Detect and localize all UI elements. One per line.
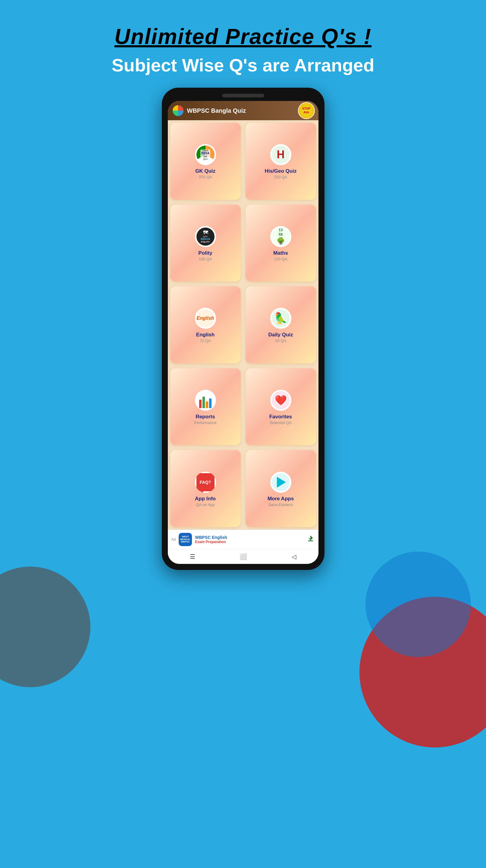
daily-quiz-icon-container: 🦜 bbox=[270, 308, 291, 329]
gk-quiz-icon: SANA INDIA GK Quiz bbox=[195, 144, 216, 165]
favorites-icon-visual: ❤️ bbox=[272, 391, 290, 409]
maths-title: Maths bbox=[273, 250, 288, 256]
reports-icon-visual bbox=[196, 391, 215, 409]
stop-ads-label2: Ads bbox=[303, 111, 309, 114]
maths-num4: 8 bbox=[281, 232, 283, 237]
bird-icon-visual: 🦜 bbox=[272, 309, 290, 327]
bar3 bbox=[206, 401, 208, 408]
nav-home-button[interactable]: ⬜ bbox=[239, 553, 247, 560]
ad-text-section: WBPSC English Exam Preparation bbox=[195, 535, 303, 544]
polity-indian-lbl: INDIAN bbox=[201, 238, 210, 241]
his-geo-quiz-subtitle: 250 QA bbox=[274, 175, 287, 179]
ad-title: WBPSC English bbox=[195, 535, 303, 540]
header-subtitle: Subject Wise Q's are Arranged bbox=[112, 55, 375, 76]
svg-rect-1 bbox=[308, 540, 313, 541]
polity-quiz-lbl: Quiz bbox=[203, 236, 207, 238]
daily-quiz-cell[interactable]: 🦜 Daily Quiz 20 QA bbox=[246, 286, 316, 364]
favorites-title: Favorites bbox=[269, 414, 292, 420]
gk-inner: SANA INDIA GK Quiz bbox=[200, 150, 210, 160]
maths-icon-container: 1 3 5 8 4 9 7 6 🌳 bbox=[270, 226, 291, 247]
gk-india: INDIA bbox=[201, 152, 209, 155]
polity-cell[interactable]: 🗺 Quiz INDIAN POLITY Polity 100 QA bbox=[170, 205, 241, 282]
bg-circle-right-blue bbox=[365, 552, 471, 657]
reports-cell[interactable]: Reports Performance bbox=[170, 368, 241, 445]
heart-emoji: ❤️ bbox=[275, 395, 287, 406]
more-apps-icon-visual bbox=[272, 473, 290, 491]
english-icon-container: English bbox=[195, 308, 216, 329]
app-info-subtitle: QA on App bbox=[196, 502, 215, 507]
maths-num3: 5 bbox=[279, 232, 281, 237]
app-logo-icon bbox=[173, 105, 184, 116]
daily-quiz-title: Daily Quiz bbox=[268, 332, 293, 338]
bar4 bbox=[209, 398, 212, 408]
favorites-icon-container: ❤️ bbox=[270, 390, 291, 411]
app-header: WBPSC Bangla Quiz STOP Ads bbox=[168, 101, 319, 120]
gk-quiz-lbl: Quiz bbox=[203, 158, 207, 160]
download-arrow-icon bbox=[306, 534, 315, 543]
his-geo-quiz-icon: H bbox=[270, 144, 291, 165]
reports-icon-container bbox=[195, 390, 216, 411]
more-apps-cell[interactable]: More Apps Sana Edutech bbox=[246, 450, 316, 527]
english-icon-visual: English bbox=[196, 309, 215, 327]
stop-ads-label: STOP bbox=[302, 107, 310, 111]
gk-quiz-cell[interactable]: SANA INDIA GK Quiz GK Quiz 375 QA bbox=[170, 123, 241, 200]
favorites-cell[interactable]: ❤️ Favorites Selected QA bbox=[246, 368, 316, 445]
bar1 bbox=[199, 400, 201, 408]
daily-quiz-subtitle: 20 QA bbox=[275, 338, 286, 343]
faq-tail bbox=[200, 491, 204, 493]
his-geo-quiz-cell[interactable]: H His/Geo Quiz 250 QA bbox=[246, 123, 316, 200]
play-triangle-icon bbox=[277, 477, 286, 488]
reports-title: Reports bbox=[196, 414, 215, 420]
more-apps-subtitle: Sana Edutech bbox=[268, 502, 293, 507]
ad-subtitle: Exam Preparation bbox=[195, 540, 303, 544]
polity-title: Polity bbox=[198, 250, 212, 256]
maths-icon-visual: 1 3 5 8 4 9 7 6 🌳 bbox=[272, 227, 290, 246]
quiz-grid: SANA INDIA GK Quiz GK Quiz 375 QA H His/… bbox=[168, 120, 319, 530]
bird-emoji: 🦜 bbox=[274, 312, 287, 324]
app-title: WBPSC Bangla Quiz bbox=[187, 107, 246, 114]
download-icon[interactable] bbox=[306, 534, 315, 545]
reports-subtitle: Performance bbox=[194, 421, 216, 425]
nav-bar: ☰ ⬜ ◁ bbox=[168, 549, 319, 564]
faq-text: FAQ? bbox=[200, 480, 211, 485]
polity-icon-visual: 🗺 Quiz INDIAN POLITY bbox=[196, 227, 215, 246]
app-info-cell[interactable]: FAQ? App Info QA on App bbox=[170, 450, 241, 527]
gk-sana: SANA bbox=[202, 150, 208, 152]
ad-logo-line3: WBPSC bbox=[180, 541, 190, 544]
maths-cell[interactable]: 1 3 5 8 4 9 7 6 🌳 Maths 125 QA bbox=[246, 205, 316, 282]
more-apps-icon-container bbox=[270, 472, 291, 493]
his-geo-quiz-title: His/Geo Quiz bbox=[265, 168, 297, 174]
app-info-icon-container: FAQ? bbox=[195, 472, 216, 493]
polity-polity-lbl: POLITY bbox=[201, 241, 210, 243]
h-icon-visual: H bbox=[272, 146, 290, 164]
svg-marker-0 bbox=[309, 536, 313, 540]
maths-tree-icon: 🌳 bbox=[277, 237, 285, 245]
gk-quiz-title: GK Quiz bbox=[195, 168, 216, 174]
gk-gk: GK bbox=[203, 155, 207, 158]
english-text: English bbox=[197, 315, 214, 321]
phone-screen: WBPSC Bangla Quiz STOP Ads SANA INDIA GK… bbox=[168, 101, 319, 564]
polity-map-emoji: 🗺 bbox=[203, 230, 208, 236]
app-info-title: App Info bbox=[195, 496, 216, 502]
english-title: English bbox=[196, 332, 215, 338]
ad-banner[interactable]: Ad WEST BENGAL WBPSC WBPSC English Exam … bbox=[168, 530, 319, 549]
ad-logo: WEST BENGAL WBPSC bbox=[179, 533, 192, 546]
header-section: Unlimited Practice Q's ! Subject Wise Q'… bbox=[112, 0, 375, 88]
nav-menu-button[interactable]: ☰ bbox=[190, 553, 195, 560]
stop-ads-button[interactable]: STOP Ads bbox=[298, 102, 315, 119]
gk-quiz-subtitle: 375 QA bbox=[199, 175, 212, 179]
phone-mockup: WBPSC Bangla Quiz STOP Ads SANA INDIA GK… bbox=[162, 88, 324, 570]
english-subtitle: 72 QA bbox=[200, 338, 211, 343]
maths-num2: 3 bbox=[281, 228, 283, 232]
bar2 bbox=[202, 397, 205, 408]
gk-icon-visual: SANA INDIA GK Quiz bbox=[196, 146, 215, 164]
polity-icon-container: 🗺 Quiz INDIAN POLITY bbox=[195, 226, 216, 247]
ad-logo-text: WEST BENGAL WBPSC bbox=[180, 535, 190, 544]
english-cell[interactable]: English English 72 QA bbox=[170, 286, 241, 364]
maths-subtitle: 125 QA bbox=[274, 257, 287, 261]
favorites-subtitle: Selected QA bbox=[270, 421, 292, 425]
polity-subtitle: 100 QA bbox=[199, 257, 212, 261]
more-apps-title: More Apps bbox=[267, 496, 294, 502]
nav-back-button[interactable]: ◁ bbox=[292, 553, 296, 560]
faq-icon-visual: FAQ? bbox=[196, 473, 215, 491]
